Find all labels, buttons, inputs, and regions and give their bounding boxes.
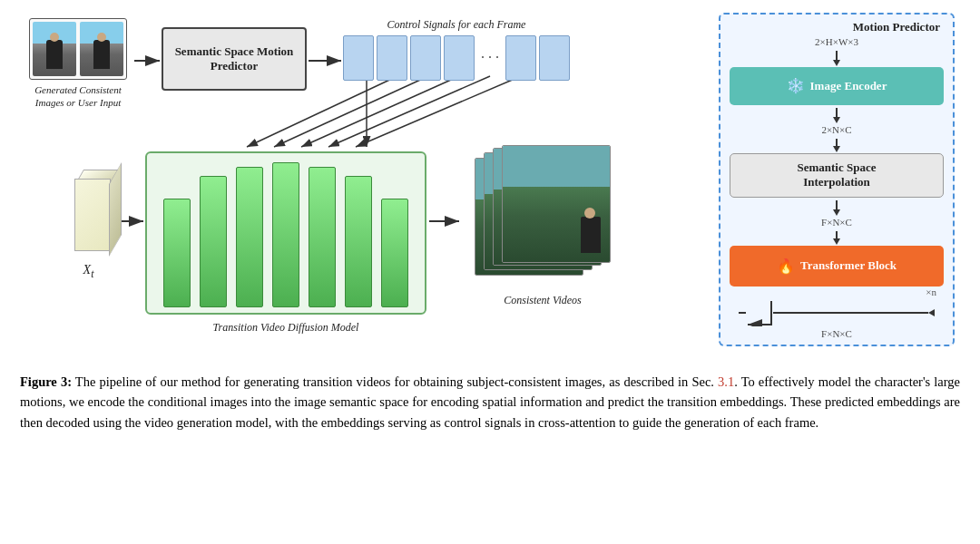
control-frame-1 xyxy=(343,35,374,81)
input-label: Generated Consistent Images or User Inpu… xyxy=(24,83,132,110)
caption-text: The pipeline of our method for generatin… xyxy=(20,374,960,430)
diffusion-bar-1 xyxy=(163,199,191,307)
input-images-panel: Generated Consistent Images or User Inpu… xyxy=(24,18,132,110)
mp-arrow-line-1 xyxy=(836,51,838,60)
mp-arrow-head-3 xyxy=(833,146,840,152)
mp-interpolation-label-1: Semantic Space xyxy=(797,160,876,175)
mp-arrow-head-4 xyxy=(833,209,840,216)
frames-row: · · · xyxy=(343,35,570,81)
mp-xn-label: ×n xyxy=(926,287,936,297)
xt-label: Xt xyxy=(83,263,94,280)
control-signals-group: Control Signals for each Frame · · · xyxy=(343,18,570,81)
mp-arrow-line-3 xyxy=(836,139,838,146)
diffusion-bar-4 xyxy=(272,162,299,307)
mp-return-arrowhead xyxy=(928,309,935,316)
tvdm-area: Transition Video Diffusion Model xyxy=(145,151,426,315)
mp-arrow-1 xyxy=(833,51,840,66)
svg-line-10 xyxy=(301,76,459,147)
mp-image-encoder-label: Image Encoder xyxy=(810,79,887,93)
mp-dim2: 2×N×C xyxy=(821,124,851,135)
mp-dim3: F×N×C xyxy=(821,217,852,228)
input-image-2 xyxy=(80,22,123,76)
mp-return-curve xyxy=(746,299,773,326)
svg-line-11 xyxy=(328,76,490,147)
control-frame-3 xyxy=(410,35,441,81)
mp-return-arrow xyxy=(730,299,944,326)
mp-title: Motion Predictor xyxy=(853,20,940,34)
mp-interpolation-block: Semantic Space Interpolation xyxy=(730,153,944,198)
mp-dim4: F×N×C xyxy=(821,328,852,339)
diffusion-bar-3 xyxy=(236,167,263,307)
mp-arrow-5 xyxy=(833,231,840,245)
mp-return-left xyxy=(739,312,746,314)
tvdm-label: Transition Video Diffusion Model xyxy=(213,321,359,335)
consistent-videos: Consistent Videos xyxy=(461,145,624,317)
mp-arrow-2 xyxy=(833,108,840,123)
mp-return-right xyxy=(773,312,928,314)
cv-label: Consistent Videos xyxy=(461,294,624,307)
diagram-area: Generated Consistent Images or User Inpu… xyxy=(16,11,964,364)
diffusion-bar-7 xyxy=(381,199,408,307)
diffusion-bar-6 xyxy=(345,176,372,307)
mp-arrow-3 xyxy=(833,139,840,152)
mp-arrow-head-2 xyxy=(833,117,840,123)
xt-face-front xyxy=(74,179,111,251)
snowflake-icon: ❄️ xyxy=(787,77,805,94)
image-pair xyxy=(29,18,127,80)
section-ref: 3.1 xyxy=(718,374,734,389)
page-container: Generated Consistent Images or User Inpu… xyxy=(0,0,980,544)
control-label: Control Signals for each Frame xyxy=(387,18,526,32)
diffusion-bar-2 xyxy=(200,176,227,307)
ssmp-box: Semantic Space Motion Predictor xyxy=(162,27,307,91)
fire-icon: 🔥 xyxy=(777,257,795,275)
control-frame-4 xyxy=(444,35,475,81)
video-stack xyxy=(475,145,611,290)
mp-arrow-head-1 xyxy=(833,60,840,66)
mp-interpolation-label-2: Interpolation xyxy=(803,175,870,189)
video-frame-front xyxy=(502,145,611,263)
dots-separator: · · · xyxy=(481,50,499,66)
control-frame-6 xyxy=(539,35,570,81)
control-frame-2 xyxy=(377,35,407,81)
ssmp-label: Semantic Space Motion Predictor xyxy=(169,44,299,73)
motion-predictor-panel: Motion Predictor 2×H×W×3 ❄️ Image Encode… xyxy=(719,13,955,346)
caption-area: Figure 3: The pipeline of our method for… xyxy=(16,364,964,533)
xt-block: Xt xyxy=(64,170,113,260)
figure-label: Figure 3: xyxy=(20,374,72,389)
mp-arrow-line-5 xyxy=(836,231,838,238)
mp-transformer-block: 🔥 Transformer Block xyxy=(730,246,944,287)
mp-arrow-4 xyxy=(833,200,840,216)
input-image-1 xyxy=(33,22,76,76)
mp-image-encoder-block: ❄️ Image Encoder xyxy=(730,67,944,105)
mp-dim1: 2×H×W×3 xyxy=(815,36,858,47)
mp-transformer-label: Transformer Block xyxy=(800,258,897,273)
mp-arrow-line-4 xyxy=(836,200,838,209)
mp-arrow-line-2 xyxy=(836,108,838,117)
diffusion-bar-5 xyxy=(309,167,336,307)
control-frame-5 xyxy=(505,35,536,81)
mp-arrow-head-5 xyxy=(833,238,840,245)
svg-line-12 xyxy=(356,76,521,147)
